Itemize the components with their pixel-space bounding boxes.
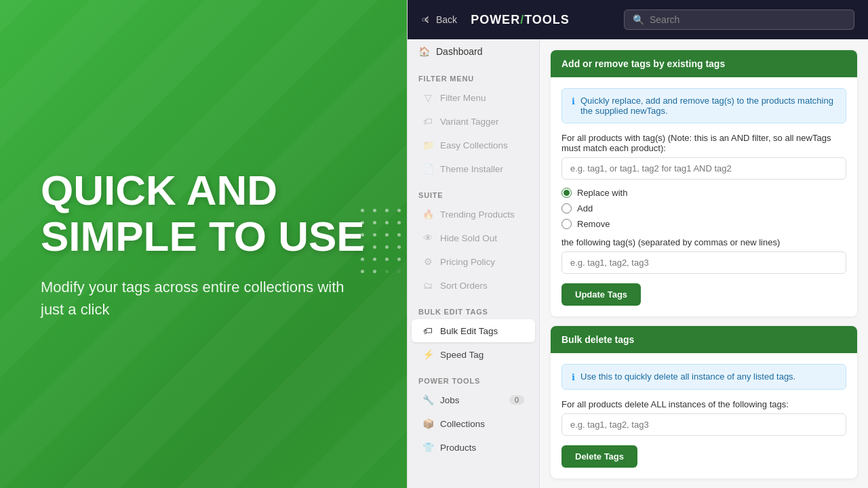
card2-header: Bulk delete tags <box>551 326 857 353</box>
radio-remove[interactable]: Remove <box>561 219 846 229</box>
card1-info-text: Quickly replace, add and remove tag(s) t… <box>580 96 836 116</box>
search-input[interactable] <box>650 14 846 25</box>
easy-collections-icon: 📁 <box>422 140 433 150</box>
search-bar[interactable]: 🔍 <box>624 9 854 30</box>
topbar: Back POWER/TOOLS 🔍 <box>408 0 868 39</box>
sort-orders-icon: 🗂 <box>422 280 433 291</box>
card1-header: Add or remove tags by existing tags <box>551 50 857 77</box>
collections-label: Collections <box>440 419 485 429</box>
bulk-delete-tags-card: Bulk delete tags ℹ Use this to quickly d… <box>551 326 857 479</box>
sidebar-item-filter-menu[interactable]: ▽ Filter Menu <box>412 86 535 109</box>
card2-info-box: ℹ Use this to quickly delete all instanc… <box>561 364 846 390</box>
card1-body: ℹ Quickly replace, add and remove tag(s)… <box>551 77 857 317</box>
back-button[interactable]: Back <box>421 14 457 25</box>
hide-sold-out-label: Hide Sold Out <box>440 233 497 243</box>
radio-remove-input[interactable] <box>561 219 572 229</box>
section-power-tools: Power Tools <box>408 369 539 388</box>
trending-icon: 🔥 <box>422 209 433 220</box>
content-panel: Add or remove tags by existing tags ℹ Qu… <box>540 39 868 488</box>
section-suite: Suite <box>408 183 539 202</box>
card1-tags-label: the following tag(s) (separated by comma… <box>561 237 846 247</box>
sidebar-item-hide-sold-out[interactable]: 👁 Hide Sold Out <box>412 226 535 249</box>
jobs-icon: 🔧 <box>422 394 433 405</box>
back-icon <box>421 14 432 25</box>
section-bulk-edit-tags: Bulk Edit Tags <box>408 300 539 319</box>
info-icon: ℹ <box>572 96 575 106</box>
filter-menu-label: Filter Menu <box>440 93 486 103</box>
filter-tags-input[interactable] <box>561 157 846 180</box>
dot-grid <box>361 209 407 279</box>
trending-label: Trending Products <box>440 209 515 220</box>
hero-section: QUICK ANDSIMPLE TO USE Modify your tags … <box>0 0 407 488</box>
delete-tags-input[interactable] <box>561 413 846 436</box>
tags-input[interactable] <box>561 251 846 274</box>
card2-delete-label: For all products delete ALL instances of… <box>561 399 846 409</box>
speed-tag-label: Speed Tag <box>440 350 484 360</box>
radio-replace[interactable]: Replace with <box>561 188 846 198</box>
variant-tagger-icon: 🏷 <box>422 116 433 127</box>
easy-collections-label: Easy Collections <box>440 140 508 150</box>
section-filter-menu: Filter Menu <box>408 66 539 85</box>
radio-group: Replace with Add Remove <box>561 188 846 229</box>
radio-add[interactable]: Add <box>561 203 846 214</box>
theme-installer-icon: 📄 <box>422 163 433 174</box>
app-window: Back POWER/TOOLS 🔍 🏠 Dashboard Filter Me… <box>407 0 868 488</box>
card2-info-text: Use this to quickly delete all instance … <box>580 371 795 382</box>
delete-tags-button[interactable]: Delete Tags <box>561 445 637 468</box>
variant-tagger-label: Variant Tagger <box>440 117 499 127</box>
sidebar-item-dashboard[interactable]: 🏠 Dashboard <box>408 39 539 64</box>
radio-replace-label: Replace with <box>577 188 627 198</box>
hero-title: QUICK ANDSIMPLE TO USE <box>41 167 366 260</box>
sidebar-item-jobs[interactable]: 🔧 Jobs 0 <box>412 388 535 411</box>
main-content: 🏠 Dashboard Filter Menu ▽ Filter Menu 🏷 … <box>408 39 868 488</box>
card1-info-box: ℹ Quickly replace, add and remove tag(s)… <box>561 88 846 123</box>
sidebar-item-sort-orders[interactable]: 🗂 Sort Orders <box>412 274 535 297</box>
products-icon: 👕 <box>422 442 433 453</box>
sidebar: 🏠 Dashboard Filter Menu ▽ Filter Menu 🏷 … <box>408 39 540 488</box>
sidebar-item-pricing-policy[interactable]: ⚙ Pricing Policy <box>412 250 535 273</box>
jobs-badge: 0 <box>509 395 524 405</box>
radio-replace-input[interactable] <box>561 188 572 198</box>
info-icon-2: ℹ <box>572 372 575 382</box>
search-icon: 🔍 <box>633 14 644 25</box>
sidebar-item-variant-tagger[interactable]: 🏷 Variant Tagger <box>412 110 535 133</box>
back-label: Back <box>436 14 457 25</box>
pricing-policy-icon: ⚙ <box>422 256 433 267</box>
radio-add-input[interactable] <box>561 203 572 214</box>
radio-remove-label: Remove <box>577 219 610 229</box>
radio-add-label: Add <box>577 203 593 214</box>
sort-orders-label: Sort Orders <box>440 281 488 291</box>
theme-installer-label: Theme Installer <box>440 164 503 174</box>
sidebar-item-speed-tag[interactable]: ⚡ Speed Tag <box>412 343 535 366</box>
sidebar-item-theme-installer[interactable]: 📄 Theme Installer <box>412 157 535 180</box>
bulk-edit-tags-icon: 🏷 <box>422 325 433 336</box>
add-remove-tags-card: Add or remove tags by existing tags ℹ Qu… <box>551 50 857 317</box>
pricing-policy-label: Pricing Policy <box>440 257 495 267</box>
sidebar-item-easy-collections[interactable]: 📁 Easy Collections <box>412 134 535 157</box>
sidebar-item-products[interactable]: 👕 Products <box>412 436 535 459</box>
sidebar-item-bulk-edit-tags[interactable]: 🏷 Bulk Edit Tags <box>412 319 535 342</box>
dashboard-label: Dashboard <box>436 46 483 57</box>
dashboard-icon: 🏠 <box>418 46 429 57</box>
sidebar-item-trending-products[interactable]: 🔥 Trending Products <box>412 203 535 226</box>
hero-subtitle: Modify your tags across entire collectio… <box>41 276 366 321</box>
jobs-label: Jobs <box>440 395 460 405</box>
speed-tag-icon: ⚡ <box>422 349 433 360</box>
card1-filter-label: For all products with tag(s) (Note: this… <box>561 133 846 153</box>
update-tags-button[interactable]: Update Tags <box>561 283 641 306</box>
card2-body: ℹ Use this to quickly delete all instanc… <box>551 353 857 479</box>
bulk-edit-tags-label: Bulk Edit Tags <box>440 326 498 336</box>
filter-menu-icon: ▽ <box>422 92 433 103</box>
hide-sold-out-icon: 👁 <box>422 232 433 243</box>
app-logo: POWER/TOOLS <box>471 13 624 27</box>
sidebar-item-collections[interactable]: 📦 Collections <box>412 412 535 435</box>
collections-icon: 📦 <box>422 418 433 429</box>
products-label: Products <box>440 443 476 453</box>
